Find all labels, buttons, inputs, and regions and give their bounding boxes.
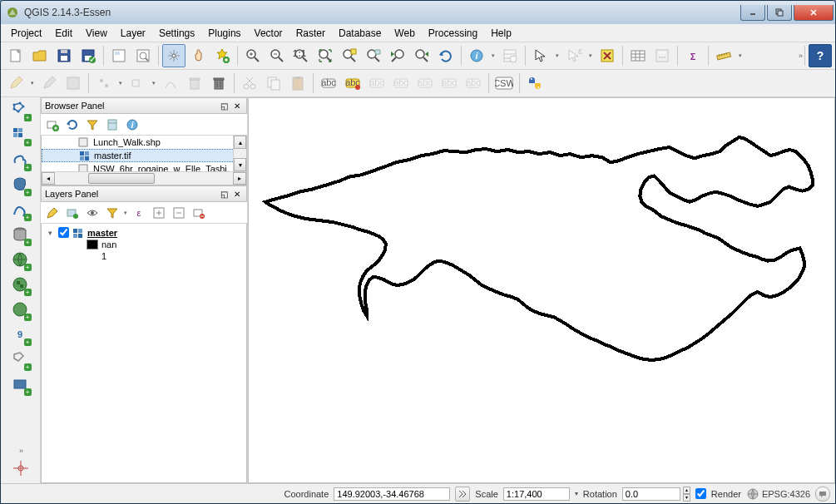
- sigma-button[interactable]: Σ: [681, 44, 705, 67]
- minimize-button[interactable]: [740, 5, 765, 21]
- save-as-button[interactable]: ✓: [77, 44, 100, 67]
- add-spatialite-button[interactable]: +: [9, 149, 32, 172]
- add-raster-layer-button[interactable]: +: [9, 124, 32, 147]
- expand-all-icon[interactable]: [151, 205, 167, 221]
- delete-selected-button[interactable]: [183, 72, 206, 95]
- zoom-last-button[interactable]: [386, 44, 409, 67]
- add-wfs-button[interactable]: +: [9, 299, 32, 322]
- scale-dropdown-icon[interactable]: ▾: [575, 490, 578, 497]
- add-virtual-button[interactable]: +: [9, 373, 32, 397]
- add-csv-button[interactable]: 9,+: [9, 324, 32, 347]
- python-button[interactable]: [523, 72, 547, 95]
- zoom-selection-button[interactable]: [338, 44, 361, 67]
- label-show-button[interactable]: abc: [389, 72, 413, 95]
- measure-button[interactable]: [712, 44, 735, 67]
- browser-scroll-h[interactable]: ◂▸: [42, 171, 246, 185]
- zoom-native-button[interactable]: 1:1: [289, 44, 313, 67]
- crs-button[interactable]: EPSG:4326: [746, 487, 810, 501]
- scale-input[interactable]: [503, 487, 570, 501]
- add-wcs-button[interactable]: +: [9, 274, 32, 297]
- zoom-in-tool[interactable]: [241, 44, 265, 67]
- browser-scroll-v[interactable]: ▴▾: [233, 136, 246, 171]
- browser-panel-float-button[interactable]: ◱: [218, 100, 230, 111]
- zoom-in-button[interactable]: [210, 44, 234, 67]
- select-button[interactable]: [529, 44, 552, 67]
- new-shapefile-button[interactable]: +: [9, 348, 32, 372]
- label-highlight-button[interactable]: abc: [341, 72, 364, 95]
- expander-icon[interactable]: ▾: [45, 229, 55, 237]
- deselect-button[interactable]: [596, 44, 619, 67]
- composer-manager-button[interactable]: [131, 44, 155, 67]
- remove-layer-icon[interactable]: [190, 205, 207, 221]
- rotation-spinner[interactable]: ▴▾: [683, 487, 690, 502]
- collapse-browser-icon[interactable]: [104, 116, 121, 133]
- identify-button[interactable]: i: [465, 44, 488, 67]
- add-oracle-button[interactable]: +: [9, 224, 32, 247]
- menu-layer[interactable]: Layer: [114, 25, 152, 42]
- menu-database[interactable]: Database: [332, 25, 388, 42]
- coordinate-input[interactable]: [334, 487, 450, 501]
- tree-row[interactable]: Lunch_Walk.shp: [42, 136, 246, 149]
- crosshair-button[interactable]: [9, 457, 32, 480]
- map-canvas[interactable]: [248, 97, 835, 483]
- toolbar-overflow[interactable]: »: [799, 52, 801, 60]
- zoom-out-tool[interactable]: [265, 44, 289, 67]
- toggle-extents-button[interactable]: [455, 487, 470, 502]
- add-group-icon[interactable]: [64, 205, 81, 221]
- add-wms-button[interactable]: +: [9, 249, 32, 272]
- filter-layers-icon[interactable]: [104, 205, 121, 221]
- add-mssql-button[interactable]: +: [9, 199, 32, 222]
- menu-processing[interactable]: Processing: [422, 25, 484, 42]
- refresh-button[interactable]: [434, 44, 458, 67]
- new-print-composer-button[interactable]: [107, 44, 131, 67]
- label-move-button[interactable]: abc: [413, 72, 437, 95]
- menu-plugins[interactable]: Plugins: [201, 25, 247, 42]
- menu-edit[interactable]: Edit: [48, 25, 79, 42]
- label-pin-button[interactable]: abc: [365, 72, 388, 95]
- layers-panel-close-button[interactable]: ✕: [231, 188, 243, 200]
- field-calc-button[interactable]: [650, 44, 674, 67]
- measure-dropdown[interactable]: ▾: [736, 52, 744, 59]
- toggle-editing-button[interactable]: [37, 72, 61, 95]
- tree-row-selected[interactable]: master.tif: [42, 149, 246, 162]
- visibility-icon[interactable]: [84, 205, 101, 221]
- node-tool-button[interactable]: [159, 72, 182, 95]
- maximize-button[interactable]: [767, 5, 792, 21]
- zoom-full-button[interactable]: [314, 44, 337, 67]
- open-project-button[interactable]: [28, 44, 52, 67]
- add-layer-icon[interactable]: [44, 116, 61, 133]
- layer-row[interactable]: ▾ master: [45, 227, 243, 238]
- messages-button[interactable]: [815, 487, 830, 502]
- layers-tree[interactable]: ▾ master nan 1: [41, 224, 247, 483]
- filter-browser-icon[interactable]: [84, 116, 101, 133]
- browser-tree[interactable]: Lunch_Walk.shp master.tif NSW_6hr_rogain…: [41, 136, 247, 185]
- zoom-next-button[interactable]: [410, 44, 433, 67]
- zoom-layer-button[interactable]: [362, 44, 385, 67]
- edits-dropdown[interactable]: ▾: [28, 80, 37, 86]
- menu-vector[interactable]: Vector: [248, 25, 289, 42]
- edits-button[interactable]: [4, 72, 27, 95]
- help-button[interactable]: ?: [809, 44, 832, 67]
- attribute-table-button[interactable]: [626, 44, 650, 67]
- render-checkbox[interactable]: [695, 488, 706, 499]
- save-project-button[interactable]: [52, 44, 76, 67]
- menu-settings[interactable]: Settings: [152, 25, 201, 42]
- label-change-button[interactable]: abc: [462, 72, 485, 95]
- pan-button[interactable]: [162, 44, 186, 67]
- menu-raster[interactable]: Raster: [289, 25, 332, 42]
- add-feature-dropdown[interactable]: ▾: [116, 80, 125, 86]
- select-dropdown[interactable]: ▾: [553, 52, 561, 59]
- rotation-input[interactable]: [622, 487, 680, 501]
- trash-button[interactable]: [207, 72, 230, 95]
- refresh-browser-icon[interactable]: [64, 116, 81, 133]
- copy-button[interactable]: [262, 72, 285, 95]
- browser-panel-close-button[interactable]: ✕: [231, 100, 243, 111]
- collapse-all-icon[interactable]: [171, 205, 187, 221]
- add-postgis-button[interactable]: +: [9, 174, 32, 197]
- layers-panel-float-button[interactable]: ◱: [218, 188, 230, 200]
- expression-filter-icon[interactable]: ε: [131, 205, 147, 221]
- move-feature-button[interactable]: [126, 72, 149, 95]
- layers-panel-header[interactable]: Layers Panel ◱ ✕: [41, 185, 247, 202]
- form-view-button[interactable]: [498, 44, 522, 67]
- layer-style-icon[interactable]: [44, 205, 61, 221]
